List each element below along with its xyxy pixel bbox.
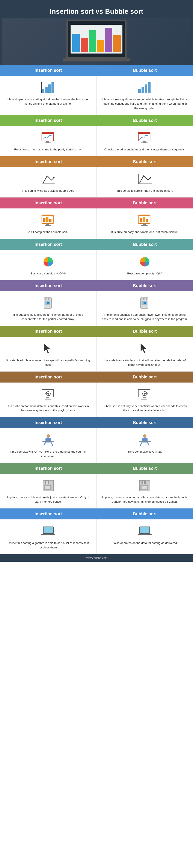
section-header-8: Insertion sort Bubble sort: [0, 417, 193, 428]
svg-rect-99: [43, 527, 53, 533]
section-header-6: Insertion sort Bubble sort: [0, 326, 193, 337]
left-header-2: Insertion sort: [0, 156, 96, 167]
section-content-5: It is adaptive as it delivers a minimum …: [0, 291, 193, 326]
svg-rect-46: [49, 298, 50, 300]
svg-rect-50: [142, 298, 142, 300]
svg-point-83: [143, 434, 147, 438]
svg-rect-8: [145, 85, 147, 93]
right-header-6: Bubble sort: [96, 326, 193, 337]
svg-rect-13: [42, 132, 53, 134]
svg-marker-56: [44, 343, 50, 353]
svg-point-61: [47, 393, 49, 395]
page-title: Insertion sort vs Bubble sort: [2, 4, 191, 18]
svg-point-55: [144, 302, 146, 304]
svg-rect-53: [146, 298, 147, 300]
page-header: Insertion sort vs Bubble sort: [0, 0, 193, 65]
svg-rect-52: [145, 298, 145, 300]
right-icon-3: [136, 213, 153, 228]
right-header-4: Bubble sort: [96, 239, 193, 250]
right-icon-10: [136, 524, 153, 539]
left-icon-5: [40, 296, 57, 311]
section-header-5: Insertion sort Bubble sort: [0, 280, 193, 291]
left-text-5: It is adaptive as it delivers a minimum …: [5, 313, 91, 321]
left-icon-1: [40, 130, 57, 145]
left-cell-6: It is stable with less number of swaps w…: [0, 337, 96, 371]
right-icon-7: [136, 387, 153, 402]
svg-rect-30: [49, 219, 51, 222]
svg-rect-74: [142, 393, 143, 394]
svg-rect-2: [48, 85, 51, 93]
left-header-9: Insertion sort: [0, 463, 96, 474]
svg-rect-43: [45, 298, 46, 300]
sections-container: Insertion sort Bubble sort It is a simpl…: [0, 65, 193, 554]
right-cell-2: This sort is leisurelier than the insert…: [96, 167, 193, 197]
svg-rect-34: [138, 215, 150, 216]
svg-rect-3: [51, 82, 54, 93]
right-cell-7: Bubble sort is actually very beneficial …: [96, 382, 193, 417]
left-header-0: Insertion sort: [0, 65, 96, 76]
left-cell-5: It is adaptive as it delivers a minimum …: [0, 291, 96, 326]
svg-rect-7: [142, 87, 144, 93]
bar-2: [81, 38, 88, 52]
left-text-9: In place, it means this sort needs just …: [5, 495, 91, 504]
right-header-2: Bubble sort: [96, 156, 193, 167]
section-header-2: Insertion sort Bubble sort: [0, 156, 193, 167]
svg-point-78: [46, 434, 50, 438]
svg-rect-37: [146, 219, 148, 222]
svg-rect-36: [143, 217, 145, 222]
laptop-base: [63, 58, 130, 61]
left-icon-7: [40, 387, 57, 402]
left-text-6: It is stable with less number of swaps w…: [5, 358, 91, 367]
left-cell-0: It is a simple type of sorting algorithm…: [0, 76, 96, 115]
bar-4: [97, 40, 104, 52]
svg-rect-17: [138, 132, 150, 134]
right-icon-0: [136, 80, 153, 95]
right-text-5: Implements optimized approach, have fewe…: [102, 313, 188, 321]
right-icon-2: [136, 172, 153, 187]
section-header-1: Insertion sort Bubble sort: [0, 115, 193, 126]
svg-line-81: [51, 442, 52, 445]
svg-rect-97: [142, 486, 147, 489]
svg-rect-32: [45, 225, 51, 226]
svg-rect-18: [143, 141, 146, 143]
svg-rect-69: [138, 389, 150, 390]
right-header-1: Bubble sort: [96, 115, 193, 126]
svg-rect-14: [46, 141, 49, 143]
svg-rect-72: [144, 391, 145, 392]
left-icon-8: [40, 432, 57, 447]
left-cell-9: In place, it means this sort needs just …: [0, 474, 96, 508]
right-cell-9: In place, it means using no auxiliary ty…: [96, 474, 193, 508]
left-text-0: It is a simple type of sorting algorithm…: [5, 97, 91, 106]
svg-rect-39: [141, 225, 148, 226]
left-header-10: Insertion sort: [0, 508, 96, 520]
right-icon-5: [136, 296, 153, 311]
section-content-7: It is proficient for small data sets and…: [0, 382, 193, 417]
svg-rect-59: [42, 389, 53, 390]
right-icon-6: [136, 341, 153, 356]
svg-rect-64: [45, 393, 46, 394]
svg-point-71: [144, 393, 146, 395]
section-header-3: Insertion sort Bubble sort: [0, 197, 193, 209]
section-header-10: Insertion sort Bubble sort: [0, 508, 193, 520]
right-header-9: Bubble sort: [96, 463, 193, 474]
right-header-10: Bubble sort: [96, 508, 193, 520]
section-content-0: It is a simple type of sorting algorithm…: [0, 76, 193, 115]
right-cell-4: Best case complexity: O(N): [96, 250, 193, 280]
section-content-10: Online: this sorting algorithm is able t…: [0, 520, 193, 554]
svg-rect-73: [144, 395, 145, 396]
left-cell-10: Online: this sorting algorithm is able t…: [0, 520, 96, 554]
svg-rect-76: [143, 397, 146, 398]
svg-rect-44: [46, 298, 47, 300]
section-content-2: This sort is twice as quick as bubble so…: [0, 167, 193, 197]
svg-line-85: [141, 442, 142, 445]
left-header-8: Insertion sort: [0, 417, 96, 428]
svg-rect-82: [42, 441, 54, 442]
left-cell-1: Relocates an item at a time to the partl…: [0, 126, 96, 156]
svg-rect-90: [46, 481, 48, 484]
svg-rect-31: [46, 223, 49, 225]
bar-6: [113, 35, 120, 52]
left-cell-2: This sort is twice as quick as bubble so…: [0, 167, 96, 197]
left-icon-9: [40, 478, 57, 493]
laptop-illustration: [56, 20, 137, 63]
right-cell-3: It is quite an easy and simple one, not …: [96, 209, 193, 239]
